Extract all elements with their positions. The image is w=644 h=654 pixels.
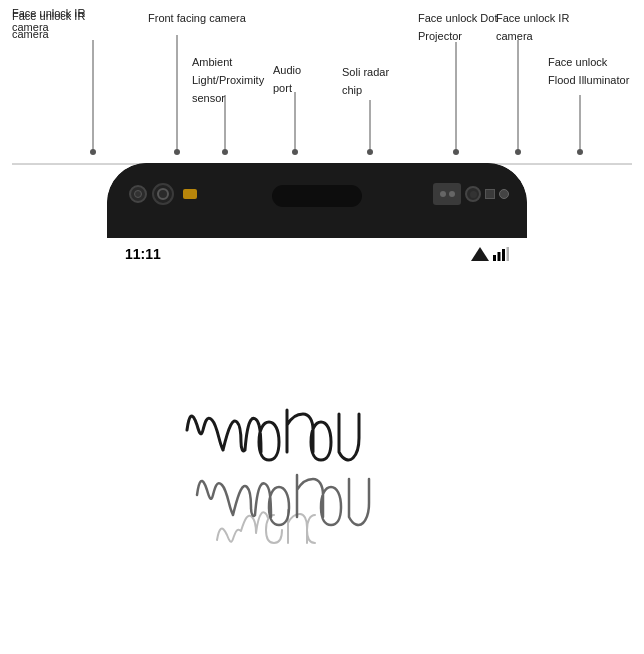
label-face-unlock-ir-camera-left: Face unlock IRcamera bbox=[12, 6, 85, 42]
ir-camera-left bbox=[129, 185, 147, 203]
svg-point-5 bbox=[222, 149, 228, 155]
left-camera-group bbox=[129, 183, 197, 205]
label-face-unlock-ir-camera-right: Face unlock IRcamera bbox=[496, 8, 569, 44]
screen-content bbox=[107, 270, 527, 654]
phone-top-bar bbox=[107, 163, 527, 238]
wifi-signal-icon bbox=[471, 247, 489, 261]
handwriting-svg bbox=[157, 370, 477, 570]
front-camera bbox=[152, 183, 174, 205]
flood-illuminator bbox=[499, 189, 509, 199]
phone-body: 11:11 bbox=[107, 163, 527, 654]
small-square-sensor bbox=[485, 189, 495, 199]
label-face-unlock-flood: Face unlockFlood Illuminator bbox=[548, 52, 629, 88]
svg-point-15 bbox=[577, 149, 583, 155]
svg-point-11 bbox=[453, 149, 459, 155]
dot-2 bbox=[449, 191, 455, 197]
svg-rect-20 bbox=[502, 249, 505, 261]
labels-container: Face unlock IR camera bbox=[0, 0, 644, 165]
status-icons bbox=[471, 247, 509, 261]
ir-camera-right bbox=[465, 186, 481, 202]
diagram-container: Face unlock IR camera bbox=[0, 0, 644, 654]
label-face-unlock-dot-projector: Face unlock DotProjector bbox=[418, 8, 497, 44]
right-camera-group bbox=[433, 183, 509, 205]
status-bar: 11:11 bbox=[107, 238, 527, 270]
screen-area: 11:11 bbox=[107, 238, 527, 654]
status-time: 11:11 bbox=[125, 246, 161, 262]
svg-point-1 bbox=[90, 149, 96, 155]
label-soli-radar: Soli radarchip bbox=[342, 62, 389, 98]
label-ambient-light: AmbientLight/Proximitysensor bbox=[192, 52, 264, 106]
svg-point-3 bbox=[174, 149, 180, 155]
svg-point-9 bbox=[367, 149, 373, 155]
svg-rect-19 bbox=[498, 252, 501, 261]
label-audio-port: Audioport bbox=[273, 60, 301, 96]
ambient-sensor bbox=[183, 189, 197, 199]
svg-rect-21 bbox=[507, 247, 510, 261]
notch-pill bbox=[272, 185, 362, 207]
label-front-facing-camera: Front facing camera bbox=[148, 8, 246, 26]
svg-rect-18 bbox=[493, 255, 496, 261]
phone-wrapper: 11:11 bbox=[107, 163, 537, 654]
svg-point-7 bbox=[292, 149, 298, 155]
svg-marker-17 bbox=[471, 247, 489, 261]
sensor-box bbox=[433, 183, 461, 205]
dot-1 bbox=[440, 191, 446, 197]
svg-point-13 bbox=[515, 149, 521, 155]
signal-bars-icon bbox=[493, 247, 509, 261]
